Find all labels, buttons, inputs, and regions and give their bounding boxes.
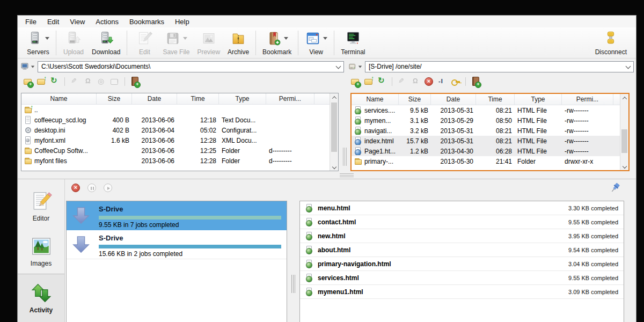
column-header[interactable]: Name [21,93,97,104]
chevron-down-icon[interactable] [284,37,288,40]
column-header[interactable]: Type [219,93,266,104]
refresh-icon[interactable] [50,77,60,86]
omega-icon[interactable] [411,77,420,86]
menu-item-actions[interactable]: Actions [90,16,124,27]
pin-icon[interactable] [610,182,621,193]
completed-file-row[interactable]: primary-navigation.html 3.04 KB complete… [300,257,624,271]
column-header[interactable]: Time [476,94,515,105]
column-header[interactable]: Date [132,93,177,104]
html-file-icon-green [354,116,362,125]
sidebar-tab-editor[interactable]: Editor [18,184,64,229]
servers-button[interactable]: Servers [23,29,53,57]
completed-file-row[interactable]: menu.html 3.30 KB completed [300,201,624,215]
file-row[interactable]: services.... 9.5 kB 2013-05-31 08:21 HTM… [352,105,620,115]
file-row[interactable]: ↑.. [21,105,330,115]
key-icon[interactable] [451,77,460,86]
column-header[interactable]: Type [515,94,562,105]
scrollbar-thumb[interactable] [621,129,627,153]
edit-button[interactable]: Edit [130,29,159,57]
download-arrow-icon [72,206,90,226]
edit-pencil-icon[interactable] [397,77,407,86]
local-scrollbar[interactable] [330,93,338,171]
queue-item[interactable]: S-Drive 15.66 KB in 2 jobs completed [67,230,287,259]
bookmark-button[interactable]: Bookmark [259,29,295,57]
file-row[interactable]: primary-... 2013-05-30 21:41 Folder drwx… [352,156,620,166]
column-header[interactable] [314,93,330,104]
chevron-down-icon[interactable] [183,37,187,40]
menu-item-view[interactable]: View [64,16,90,27]
chevron-down-icon[interactable] [323,37,327,40]
file-row[interactable]: Page1.ht... 1.2 kB 2013-04-30 06:28 HTML… [352,146,620,156]
completed-file-row[interactable]: services.html 9.55 KB completed [300,271,624,285]
remote-device-selector[interactable] [348,62,362,71]
remote-scrollbar[interactable] [620,94,628,170]
file-row[interactable]: myfont files 2013-06-06 12:28 Folder d--… [21,156,330,166]
bookmark-add-icon[interactable] [130,77,140,86]
completed-file-row[interactable]: contact.html 9.55 KB completed [300,215,624,229]
pause-icon[interactable] [87,184,96,192]
play-icon[interactable] [104,184,112,192]
file-row[interactable]: desktop.ini 402 B 2013-06-04 05:02 Confi… [21,125,330,135]
panel-splitter-horizontal[interactable] [340,173,354,177]
menu-item-help[interactable]: Help [170,16,195,27]
local-list-header: NameSizeDateTimeTypePermi... [21,93,330,105]
bookmark-add-icon[interactable] [471,77,480,86]
upload-button[interactable]: Upload [59,29,88,57]
delete-icon[interactable] [424,77,434,86]
refresh-icon[interactable] [377,77,387,86]
chevron-down-icon[interactable] [45,37,49,40]
preview-button[interactable]: Preview [193,29,224,57]
archive-button[interactable]: Archive [224,29,253,57]
local-path-combobox[interactable]: C:\Users\Scott Swedorski\Documents\ [38,61,344,72]
menu-item-file[interactable]: File [20,16,42,27]
download-button[interactable]: Download [88,29,124,57]
column-header[interactable]: Name [352,94,399,105]
file-row[interactable]: mymen... 3.1 kB 2013-05-29 08:50 HTML Fi… [352,115,620,126]
scroll-up-icon[interactable] [620,94,628,102]
remote-path-combobox[interactable]: [S-Drive] /one/site/ [365,61,634,72]
column-header[interactable]: Size [97,93,132,104]
save-file-button[interactable]: Save File [159,29,193,57]
completed-file-row[interactable]: about.html 9.54 KB completed [300,243,624,257]
scroll-down-icon[interactable] [330,163,338,171]
panel-splitter-vertical[interactable] [343,148,347,166]
edit-pencil-icon[interactable] [70,77,79,86]
completed-file-row[interactable]: new.html 3.95 KB completed [300,229,624,243]
sidebar-tabs: Editor Images Activity [18,179,65,322]
rename-cursor-icon[interactable] [437,77,447,86]
new-folder-icon[interactable] [23,77,33,86]
column-header[interactable]: Size [399,94,431,105]
scroll-up-icon[interactable] [330,93,338,101]
disconnect-button[interactable]: Disconnect [591,29,631,57]
menu-item-edit[interactable]: Edit [42,16,64,27]
queue-item[interactable]: S-Drive 9.55 KB in 7 jobs completed [67,201,287,230]
omega-icon[interactable] [83,77,93,86]
sidebar-tab-activity[interactable]: Activity [18,274,64,322]
scrollbar-thumb[interactable] [331,103,337,152]
queue-splitter[interactable] [288,179,299,322]
column-header[interactable]: Permi... [266,93,314,104]
completed-file-row[interactable]: mymenu1.html 3.09 KB completed [300,285,624,299]
file-row[interactable]: CoffeeCup Softw... 2013-06-06 12:25 Fold… [21,145,330,156]
column-header[interactable]: Date [431,94,476,105]
scroll-down-icon[interactable] [620,162,628,170]
rename-field-icon[interactable] [110,77,120,86]
sidebar-tab-images[interactable]: Images [18,229,64,274]
file-row[interactable]: myfont.xml 1.6 kB 2013-06-06 12:28 XML D… [21,135,330,145]
column-header[interactable]: Permi... [562,94,613,105]
column-header[interactable] [613,94,620,105]
file-row[interactable]: index.html 15.7 kB 2013-05-31 08:21 HTML… [352,136,620,146]
parent-folder-icon[interactable] [36,77,46,86]
stop-icon[interactable] [71,184,80,192]
web-update-icon[interactable] [97,77,106,86]
menu-item-bookmarks[interactable]: Bookmarks [124,16,170,27]
folder-icon [24,147,32,155]
view-button[interactable]: View [301,29,331,57]
terminal-button[interactable]: Terminal [337,29,369,57]
new-folder-icon[interactable] [350,77,360,86]
column-header[interactable]: Time [177,93,219,104]
file-row[interactable]: coffeecup_scd.log 400 B 2013-06-06 12:18… [21,115,330,125]
parent-folder-icon[interactable] [364,77,374,86]
file-row[interactable]: navigati... 3.2 kB 2013-05-31 08:21 HTML… [352,126,620,136]
local-device-selector[interactable] [21,62,35,71]
